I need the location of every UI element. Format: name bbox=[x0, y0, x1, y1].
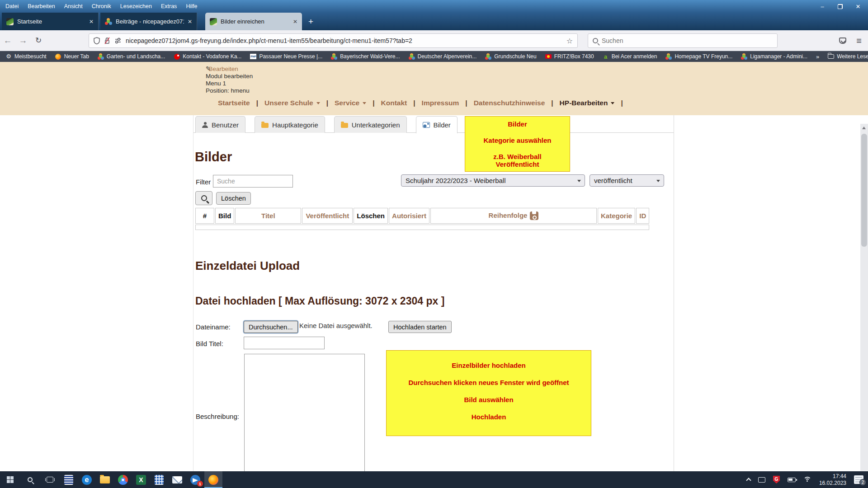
task-view-button[interactable] bbox=[40, 471, 60, 488]
menu-chronik[interactable]: Chronik bbox=[92, 3, 111, 9]
scroll-up-icon[interactable] bbox=[862, 127, 866, 129]
tab-title: Startseite bbox=[17, 18, 85, 25]
nav-kontakt[interactable]: Kontakt bbox=[375, 99, 414, 107]
bookmark-grundschule[interactable]: Grundschule Neu bbox=[485, 53, 536, 60]
taskbar-app-explorer[interactable] bbox=[96, 471, 114, 488]
taskbar-app-mail[interactable] bbox=[168, 471, 186, 488]
insecure-lock-icon[interactable] bbox=[104, 37, 110, 44]
bookmark-pnp[interactable]: PNP Passauer Neue Presse |... bbox=[250, 53, 322, 60]
admin-tab-hauptkategorie[interactable]: Hauptkategorie bbox=[255, 116, 325, 133]
menu-icon[interactable]: ≡ bbox=[856, 36, 862, 46]
tab-beitraege[interactable]: Beiträge - nicepagedez0712jom4 ✕ bbox=[100, 13, 197, 30]
col-veroeffentlicht[interactable]: Veröffentlicht bbox=[302, 208, 353, 224]
nav-hp-bearbeiten[interactable]: HP-Bearbeiten bbox=[553, 99, 621, 107]
tab-bilder-einreichen-active[interactable]: Bilder einreichen ✕ bbox=[205, 13, 302, 30]
col-titel[interactable]: Titel bbox=[235, 208, 301, 224]
col-bild[interactable]: Bild bbox=[215, 208, 234, 224]
col-autorisiert[interactable]: Autorisiert bbox=[389, 208, 429, 224]
bookmark-tv-freyung[interactable]: Homepage TV Freyun... bbox=[665, 53, 732, 60]
forward-icon[interactable]: → bbox=[15, 36, 31, 46]
tray-chevron-up-icon[interactable] bbox=[746, 478, 751, 483]
menu-ansicht[interactable]: Ansicht bbox=[64, 3, 83, 9]
module-edit-link[interactable]: Bearbeiten bbox=[209, 66, 238, 72]
taskbar-app-notes[interactable] bbox=[60, 471, 78, 488]
nav-service[interactable]: Service bbox=[328, 99, 373, 107]
page-scrollbar[interactable] bbox=[860, 124, 868, 471]
scrollbar-thumb[interactable] bbox=[861, 134, 867, 247]
col-number[interactable]: # bbox=[195, 208, 214, 224]
bookmark-bayerischer-wald[interactable]: Bayerischer Wald-Vere... bbox=[331, 53, 400, 60]
close-window-button[interactable]: ✕ bbox=[854, 3, 862, 10]
display-tray-icon[interactable] bbox=[758, 477, 765, 483]
close-tab-icon[interactable]: ✕ bbox=[293, 19, 297, 25]
bookmark-label: Bayerischer Wald-Vere... bbox=[340, 53, 400, 60]
nav-datenschutz[interactable]: Datenschutzhinweise bbox=[467, 99, 552, 107]
status-select[interactable]: veröffentlicht bbox=[590, 174, 664, 187]
menu-bearbeiten[interactable]: Bearbeiten bbox=[28, 3, 55, 9]
bookmark-meistbesucht[interactable]: ⚙ Meistbesucht bbox=[5, 53, 47, 60]
start-button[interactable] bbox=[0, 471, 20, 488]
description-textarea[interactable] bbox=[244, 354, 365, 471]
reload-icon[interactable]: ↻ bbox=[31, 36, 46, 45]
taskbar-app-chrome[interactable] bbox=[114, 471, 132, 488]
nav-unsere-schule[interactable]: Unsere Schule bbox=[258, 99, 326, 107]
bookmark-vodafone[interactable]: Kontakt - Vodafone Ka... bbox=[174, 53, 241, 60]
col-kategorie[interactable]: Kategorie bbox=[598, 208, 635, 224]
search-bar[interactable] bbox=[588, 33, 778, 48]
browse-button[interactable]: Durchsuchen... bbox=[244, 321, 298, 333]
taskbar-app-excel[interactable]: X bbox=[132, 471, 150, 488]
category-select[interactable]: Schuljahr 2022/2023 - Weiberball bbox=[401, 174, 585, 187]
bookmarks-overflow-chevron[interactable]: » bbox=[816, 53, 819, 60]
bookmark-fritzbox[interactable]: FRITZ!Box 7430 bbox=[545, 53, 594, 60]
antivirus-shield-icon[interactable]: G bbox=[773, 476, 780, 483]
taskbar-app-firefox[interactable] bbox=[204, 471, 222, 488]
menu-lesezeichen[interactable]: Lesezeichen bbox=[120, 3, 152, 9]
tab-startseite[interactable]: Startseite ✕ bbox=[2, 13, 99, 30]
wifi-icon[interactable] bbox=[803, 477, 811, 483]
image-title-input[interactable] bbox=[244, 337, 325, 349]
pocket-icon[interactable] bbox=[839, 38, 846, 44]
url-bar[interactable]: nicepagedez0712jom4.gs-freyung.de/index.… bbox=[89, 33, 578, 48]
back-icon[interactable]: ← bbox=[0, 36, 15, 46]
shield-icon[interactable] bbox=[94, 37, 100, 44]
taskbar-app-edge[interactable]: e bbox=[78, 471, 96, 488]
bookmark-acer[interactable]: a Bei Acer anmelden bbox=[603, 53, 657, 60]
col-reihenfolge[interactable]: Reihenfolge bbox=[430, 208, 597, 224]
bookmark-neuer-tab[interactable]: Neuer Tab bbox=[55, 53, 89, 60]
bookmark-garten[interactable]: Garten- und Landscha... bbox=[98, 53, 165, 60]
url-text[interactable]: nicepagedez0712jom4.gs-freyung.de/index.… bbox=[126, 37, 562, 44]
close-tab-icon[interactable]: ✕ bbox=[188, 19, 192, 25]
bookmark-ligamanager[interactable]: Ligamanager - Admini... bbox=[741, 53, 807, 60]
filter-search-input[interactable] bbox=[213, 175, 293, 188]
search-input[interactable] bbox=[602, 37, 773, 44]
admin-tab-benutzer[interactable]: Benutzer bbox=[195, 116, 245, 133]
bookmark-star-icon[interactable]: ☆ bbox=[566, 37, 573, 45]
minimize-button[interactable]: – bbox=[819, 3, 826, 10]
permissions-icon[interactable] bbox=[114, 38, 122, 44]
menu-datei[interactable]: Datei bbox=[5, 3, 19, 9]
admin-tab-bilder[interactable]: Bilder bbox=[416, 116, 458, 133]
admin-tab-unterkategorien[interactable]: Unterkategorien bbox=[334, 116, 407, 133]
col-id[interactable]: ID bbox=[636, 208, 649, 224]
notification-center-icon[interactable]: 2 bbox=[854, 475, 863, 484]
filter-search-button[interactable] bbox=[195, 191, 212, 205]
close-tab-icon[interactable]: ✕ bbox=[89, 19, 94, 25]
nav-impressum[interactable]: Impressum bbox=[415, 99, 466, 107]
taskbar-app-calculator[interactable] bbox=[150, 471, 168, 488]
restore-button[interactable] bbox=[838, 4, 843, 9]
bookmark-label: Kontakt - Vodafone Ka... bbox=[183, 53, 241, 60]
more-bookmarks[interactable]: Weitere Lesezeichen bbox=[828, 53, 868, 60]
taskbar-search-button[interactable] bbox=[20, 471, 40, 488]
battery-icon[interactable] bbox=[788, 478, 796, 482]
clock[interactable]: 17:44 16.02.2023 bbox=[819, 473, 846, 486]
delete-filter-button[interactable]: Löschen bbox=[216, 192, 251, 205]
save-order-icon[interactable] bbox=[530, 211, 538, 220]
menu-hilfe[interactable]: Hilfe bbox=[186, 3, 197, 9]
start-upload-button[interactable]: Hochladen starten bbox=[388, 321, 452, 333]
bookmark-alpenverein[interactable]: Deutscher Alpenverein... bbox=[409, 53, 477, 60]
taskbar-app-thunderbird[interactable]: 1 bbox=[186, 471, 204, 488]
nav-startseite[interactable]: Startseite bbox=[212, 99, 256, 107]
col-loeschen[interactable]: Löschen bbox=[354, 208, 388, 224]
menu-extras[interactable]: Extras bbox=[161, 3, 177, 9]
new-tab-button[interactable]: + bbox=[302, 13, 320, 30]
